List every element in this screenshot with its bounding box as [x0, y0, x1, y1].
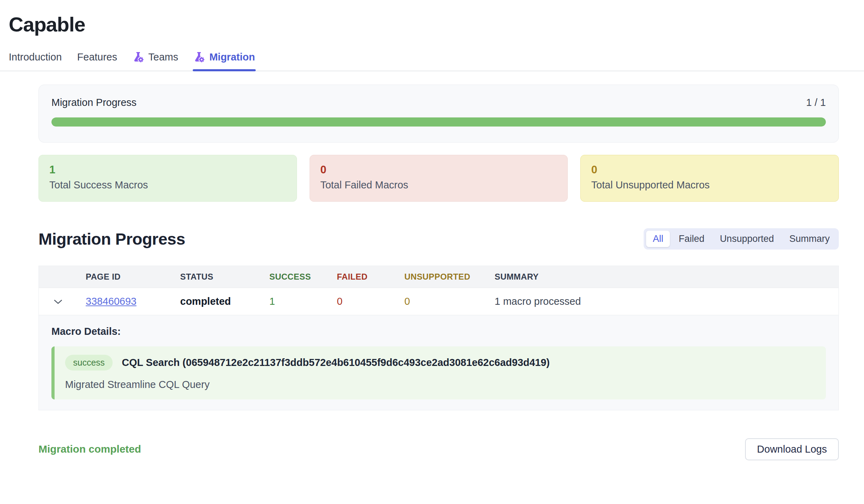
flask-gear-icon	[193, 51, 205, 63]
row-expand-toggle[interactable]	[39, 288, 77, 315]
success-label: Total Success Macros	[49, 179, 286, 191]
table-header-row: PAGE ID STATUS SUCCESS FAILED UNSUPPORTE…	[39, 266, 838, 288]
row-summary: 1 macro processed	[486, 288, 838, 315]
stat-card-unsupported: 0 Total Unsupported Macros	[580, 155, 839, 202]
page-id-link[interactable]: 338460693	[86, 296, 136, 307]
results-table: PAGE ID STATUS SUCCESS FAILED UNSUPPORTE…	[38, 266, 839, 410]
filter-failed[interactable]: Failed	[672, 231, 711, 247]
col-summary: SUMMARY	[486, 266, 838, 288]
tab-introduction-label: Introduction	[9, 51, 62, 63]
page: Capable Introduction Features Teams Migr…	[0, 13, 864, 504]
filter-all[interactable]: All	[646, 231, 670, 247]
failed-count: 0	[320, 164, 557, 176]
chevron-down-icon	[53, 298, 63, 305]
stat-cards: 1 Total Success Macros 0 Total Failed Ma…	[38, 155, 839, 202]
filter-unsupported[interactable]: Unsupported	[713, 231, 781, 247]
unsupported-label: Total Unsupported Macros	[591, 179, 828, 191]
macro-entry: success CQL Search (065948712e2c21137f3d…	[51, 346, 826, 399]
macro-details-heading: Macro Details:	[51, 326, 826, 337]
tab-features-label: Features	[77, 51, 117, 63]
filter-segmented-control: All Failed Unsupported Summary	[644, 228, 839, 250]
migration-status-text: Migration completed	[38, 443, 141, 455]
results-heading: Migration Progress	[38, 229, 185, 249]
download-logs-button[interactable]: Download Logs	[745, 438, 839, 460]
migration-progress-card: Migration Progress 1 / 1	[38, 85, 839, 143]
tab-introduction[interactable]: Introduction	[9, 51, 62, 71]
row-unsupported-count: 0	[396, 288, 486, 315]
row-success-count: 1	[261, 288, 328, 315]
tab-migration[interactable]: Migration	[193, 51, 255, 71]
success-count: 1	[49, 164, 286, 176]
filter-summary[interactable]: Summary	[782, 231, 836, 247]
col-status: STATUS	[172, 266, 261, 288]
tab-migration-label: Migration	[209, 51, 255, 63]
status-badge: success	[65, 355, 113, 370]
failed-label: Total Failed Macros	[320, 179, 557, 191]
stat-card-success: 1 Total Success Macros	[38, 155, 297, 202]
expanded-details-row: Macro Details: success CQL Search (06594…	[39, 315, 838, 410]
progress-bar-fill	[51, 117, 826, 127]
progress-bar-track	[51, 117, 826, 127]
expand-column-header	[39, 266, 77, 288]
col-page-id: PAGE ID	[77, 266, 172, 288]
col-success: SUCCESS	[261, 266, 328, 288]
stat-card-failed: 0 Total Failed Macros	[310, 155, 568, 202]
col-unsupported: UNSUPPORTED	[396, 266, 486, 288]
progress-counter: 1 / 1	[806, 97, 826, 108]
row-failed-count: 0	[328, 288, 396, 315]
col-failed: FAILED	[328, 266, 396, 288]
table-row: 338460693 completed 1 0 0 1 macro proces…	[39, 288, 838, 315]
tab-teams[interactable]: Teams	[133, 51, 178, 71]
flask-gear-icon	[133, 51, 144, 63]
tab-bar: Introduction Features Teams Migration	[0, 51, 864, 71]
progress-card-title: Migration Progress	[51, 97, 136, 108]
page-title: Capable	[9, 13, 864, 36]
macro-description: Migrated Streamline CQL Query	[65, 379, 814, 390]
row-status: completed	[172, 288, 261, 315]
tab-features[interactable]: Features	[77, 51, 117, 71]
unsupported-count: 0	[591, 164, 828, 176]
macro-title: CQL Search (065948712e2c21137f3ddb572e4b…	[122, 357, 550, 368]
main-content: Migration Progress 1 / 1 1 Total Success…	[38, 85, 839, 460]
tab-teams-label: Teams	[148, 51, 178, 63]
